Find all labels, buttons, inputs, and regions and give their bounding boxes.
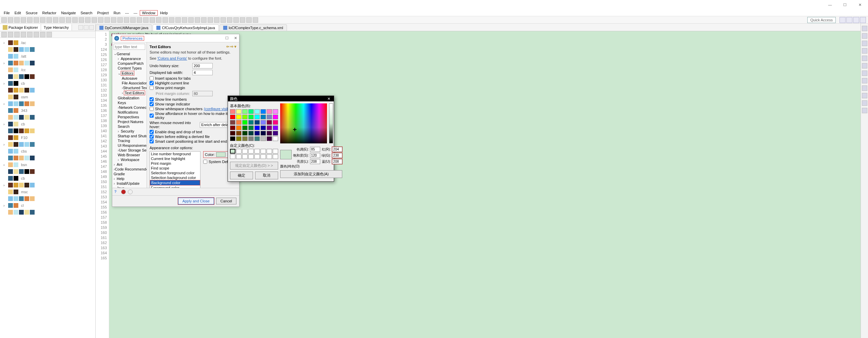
- custom-color-cell[interactable]: [236, 154, 242, 159]
- toolbar-button[interactable]: [150, 17, 155, 23]
- toolbar-button[interactable]: [27, 17, 33, 23]
- menu-item-edit[interactable]: Edit: [12, 10, 23, 16]
- color-options-list[interactable]: Line number foregroundCurrent line highl…: [150, 151, 200, 188]
- perspective-button[interactable]: [860, 17, 866, 23]
- help-icon[interactable]: ?: [114, 190, 119, 194]
- view-menu-icon[interactable]: [78, 25, 83, 30]
- custom-colors-grid[interactable]: for(let i=0;i<15;i++)document.write('<sp…: [230, 149, 278, 159]
- view-tool-button[interactable]: [21, 32, 26, 37]
- tree-row[interactable]: [1, 114, 94, 121]
- rail-tool-button[interactable]: [862, 48, 867, 54]
- basic-color-cell[interactable]: [242, 125, 248, 130]
- basic-color-cell[interactable]: [230, 120, 235, 125]
- color-option-item[interactable]: Selection foreground color: [150, 171, 200, 175]
- menu-item-run[interactable]: Run: [111, 10, 123, 16]
- tree-row[interactable]: osm: [1, 94, 94, 100]
- custom-color-cell[interactable]: [261, 149, 266, 154]
- toolbar-button[interactable]: [104, 17, 110, 23]
- menu-item-search[interactable]: Search: [78, 10, 95, 16]
- custom-color-cell[interactable]: [254, 149, 260, 154]
- basic-color-cell[interactable]: [236, 131, 242, 136]
- basic-color-cell[interactable]: [261, 125, 266, 130]
- maximize-button[interactable]: ☐: [837, 0, 852, 9]
- print-margin-check[interactable]: [150, 86, 154, 90]
- basic-color-cell[interactable]: [267, 120, 272, 125]
- color-option-item[interactable]: Line number foreground: [150, 152, 200, 156]
- b-input[interactable]: [332, 159, 342, 164]
- toolbar-button[interactable]: [111, 17, 116, 23]
- color-spectrum[interactable]: [280, 103, 327, 143]
- color-option-item[interactable]: Print margin: [150, 161, 200, 166]
- toolbar-button[interactable]: [46, 17, 52, 23]
- toolbar-button[interactable]: [253, 17, 258, 23]
- toolbar-button[interactable]: [8, 17, 13, 23]
- toolbar-button[interactable]: [156, 17, 161, 23]
- tree-row[interactable]: [1, 73, 94, 80]
- tree-row[interactable]: ›/ac: [1, 39, 94, 46]
- toolbar-button[interactable]: [72, 17, 78, 23]
- basic-color-cell[interactable]: [254, 109, 260, 114]
- basic-color-cell[interactable]: [267, 131, 272, 136]
- toolbar-button[interactable]: [246, 17, 252, 23]
- basic-color-cell[interactable]: [261, 109, 266, 114]
- add-custom-button[interactable]: 添加到自定义颜色(A): [280, 170, 342, 178]
- view-max-icon[interactable]: [89, 25, 94, 30]
- basic-color-cell[interactable]: [254, 136, 260, 141]
- custom-color-cell[interactable]: [242, 149, 248, 154]
- view-tool-button[interactable]: [34, 32, 39, 37]
- toolbar-button[interactable]: [214, 17, 219, 23]
- basic-color-cell[interactable]: [242, 115, 248, 119]
- rail-tool-button[interactable]: [862, 93, 867, 98]
- custom-color-cell[interactable]: [267, 149, 272, 154]
- basic-color-cell[interactable]: [236, 136, 242, 141]
- basic-color-cell[interactable]: [273, 120, 278, 125]
- basic-color-cell[interactable]: [236, 120, 242, 125]
- custom-color-cell[interactable]: [248, 154, 254, 159]
- custom-color-cell[interactable]: [254, 154, 260, 159]
- perspective-button[interactable]: [840, 17, 846, 23]
- basic-color-cell[interactable]: [230, 109, 235, 114]
- toolbar-button[interactable]: [53, 17, 58, 23]
- tree-row[interactable]: 343: [1, 107, 94, 114]
- rail-tool-button[interactable]: [862, 108, 867, 113]
- sysdefault-check[interactable]: [203, 160, 207, 164]
- toolbar-button[interactable]: [208, 17, 213, 23]
- basic-color-cell[interactable]: [254, 115, 260, 119]
- basic-color-cell[interactable]: [248, 120, 254, 125]
- tab-type-hierarchy[interactable]: Type Hierarchy: [41, 24, 72, 31]
- toolbar-button[interactable]: [201, 17, 207, 23]
- record-icon[interactable]: [121, 190, 126, 194]
- package-tree[interactable]: ›/ac/att›/cc›cbosm›343›cbF10›cbs›bsncb›m…: [0, 38, 95, 338]
- menu-item----[interactable]: ---: [131, 10, 140, 16]
- back-icon[interactable]: ⇦: [226, 44, 229, 49]
- toolbar-button[interactable]: [143, 17, 149, 23]
- view-tool-button[interactable]: [27, 32, 33, 37]
- menu-item-refactor[interactable]: Refactor: [40, 10, 59, 16]
- basic-color-cell[interactable]: [261, 115, 266, 119]
- toolbar-button[interactable]: [98, 17, 103, 23]
- line-numbers-check[interactable]: [150, 97, 154, 101]
- tree-row[interactable]: F10: [1, 134, 94, 141]
- view-tool-button[interactable]: [8, 32, 13, 37]
- luminance-slider[interactable]: [329, 103, 333, 143]
- custom-color-cell[interactable]: [230, 149, 235, 154]
- toolbar-button[interactable]: [59, 17, 65, 23]
- color-swatch-button[interactable]: [216, 152, 226, 157]
- tree-row[interactable]: [1, 209, 94, 216]
- toolbar-button[interactable]: [1, 17, 7, 23]
- basic-color-cell[interactable]: [230, 115, 235, 119]
- menu-icon[interactable]: ▾: [234, 44, 236, 49]
- tree-row[interactable]: [1, 195, 94, 202]
- basic-color-cell[interactable]: [242, 120, 248, 125]
- dialog-max-button[interactable]: ☐: [225, 36, 229, 40]
- basic-color-cell[interactable]: [261, 120, 266, 125]
- basic-color-cell[interactable]: [261, 136, 266, 141]
- tree-row[interactable]: ›: [1, 60, 94, 66]
- whitespace-check[interactable]: [150, 107, 154, 111]
- cancel-button[interactable]: 取消: [255, 172, 278, 179]
- rail-tool-button[interactable]: [862, 71, 867, 76]
- basic-color-cell[interactable]: [248, 131, 254, 136]
- tree-row[interactable]: ›bsn: [1, 161, 94, 168]
- toolbar-button[interactable]: [85, 17, 91, 23]
- color-option-item[interactable]: Selection background color: [150, 175, 200, 180]
